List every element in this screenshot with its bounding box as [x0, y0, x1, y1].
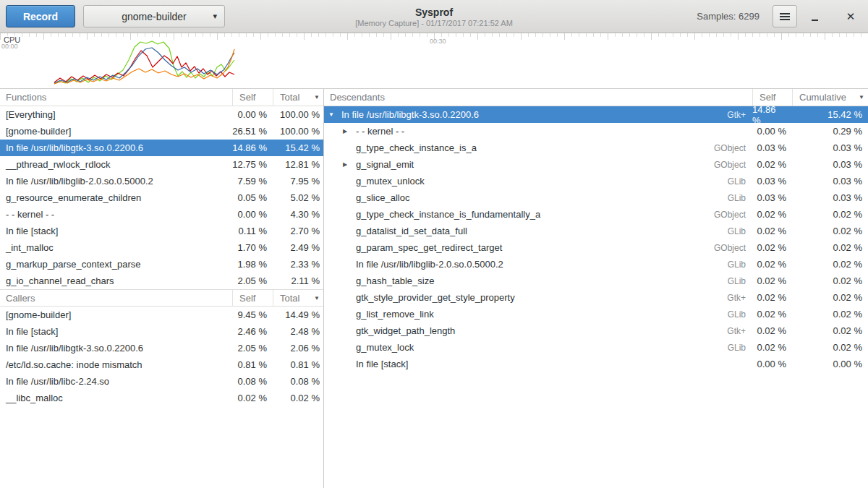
total-percent: 0.03 %	[792, 140, 868, 156]
functions-column-header[interactable]: Functions	[0, 89, 232, 106]
total-column-label: Total	[280, 293, 299, 304]
function-name-cell: In file [stack]	[324, 356, 706, 372]
self-percent: 0.02 %	[752, 256, 792, 273]
function-name: In file /usr/lib/libgtk-3.so.0.2200.6	[6, 142, 143, 153]
table-row[interactable]: g_mutex_lockGLib0.02 %0.02 %	[324, 339, 868, 356]
table-row[interactable]: [gnome-builder]26.51 %100.00 %	[0, 123, 323, 140]
self-percent: 14.86 %	[752, 106, 792, 123]
cpu-series-red-line	[54, 51, 234, 82]
right-pane: Descendants Self Cumulative ▼ ▼In file /…	[324, 89, 868, 488]
self-percent: 0.02 %	[752, 156, 792, 173]
function-name-cell: g_type_check_instance_is_a	[324, 140, 706, 156]
total-percent: 2.48 %	[273, 323, 323, 340]
library-tag: Gtk+	[706, 289, 752, 306]
table-row[interactable]: gtk_style_provider_get_style_propertyGtk…	[324, 289, 868, 306]
function-name-cell: g_list_remove_link	[324, 306, 706, 322]
cumulative-column-header[interactable]: Cumulative ▼	[792, 89, 868, 106]
function-name-cell: g_mutex_lock	[324, 339, 706, 356]
table-row[interactable]: __libc_malloc0.02 %0.02 %	[0, 390, 323, 406]
table-row[interactable]: ▶- - kernel - -0.00 %0.29 %	[324, 123, 868, 140]
table-row[interactable]: [gnome-builder]9.45 %14.49 %	[0, 307, 323, 323]
function-name-cell: gtk_style_provider_get_style_property	[324, 289, 706, 306]
total-percent: 0.03 %	[792, 189, 868, 206]
table-row[interactable]: g_datalist_id_set_data_fullGLib0.02 %0.0…	[324, 223, 868, 239]
descendants-column-header[interactable]: Descendants	[324, 89, 752, 106]
table-row[interactable]: In file /usr/lib/libglib-2.0.so.0.5000.2…	[324, 256, 868, 273]
cpu-timeline[interactable]: CPU 00:00 00:30	[0, 33, 868, 89]
self-percent: 2.05 %	[232, 340, 273, 356]
self-percent: 0.03 %	[752, 140, 792, 156]
total-percent: 0.29 %	[792, 123, 868, 140]
sort-indicator-icon: ▼	[859, 94, 864, 100]
self-percent: 0.02 %	[752, 206, 792, 223]
hamburger-icon	[780, 13, 790, 20]
table-row[interactable]: __pthread_rwlock_rdlock12.75 %12.81 %	[0, 156, 323, 173]
table-row[interactable]: g_type_check_instance_is_aGObject0.03 %0…	[324, 140, 868, 156]
table-row[interactable]: g_hash_table_sizeGLib0.02 %0.02 %	[324, 273, 868, 289]
table-row[interactable]: g_type_check_instance_is_fundamentally_a…	[324, 206, 868, 223]
cumulative-column-label: Cumulative	[799, 92, 846, 103]
descendants-table-header: Descendants Self Cumulative ▼	[324, 89, 868, 106]
record-button[interactable]: Record	[6, 5, 75, 27]
total-percent: 4.30 %	[273, 206, 323, 223]
function-name: g_markup_parse_context_parse	[6, 259, 140, 270]
table-row[interactable]: g_io_channel_read_chars2.05 %2.11 %	[0, 273, 323, 289]
minimize-button[interactable]	[804, 6, 825, 27]
function-name: g_resource_enumerate_children	[6, 192, 141, 203]
table-row[interactable]: g_mutex_unlockGLib0.03 %0.03 %	[324, 173, 868, 189]
library-tag: GLib	[706, 339, 752, 356]
total-percent: 0.02 %	[792, 273, 868, 289]
expander-expanded-icon[interactable]: ▼	[328, 111, 341, 118]
function-name: - - kernel - -	[356, 126, 404, 137]
library-tag: GObject	[706, 156, 752, 173]
total-percent: 2.33 %	[273, 256, 323, 273]
table-row[interactable]: - - kernel - -0.00 %4.30 %	[0, 206, 323, 223]
total-percent: 0.03 %	[792, 156, 868, 173]
total-column-header[interactable]: Total ▼	[273, 290, 323, 306]
menu-button[interactable]	[773, 5, 797, 27]
table-row[interactable]: g_resource_enumerate_children0.05 %5.02 …	[0, 189, 323, 206]
samples-count: Samples: 6299	[697, 11, 760, 22]
chevron-down-icon: ▾	[213, 11, 217, 20]
self-percent: 0.00 %	[752, 123, 792, 140]
table-row[interactable]: g_list_remove_linkGLib0.02 %0.02 %	[324, 306, 868, 322]
table-row[interactable]: In file /usr/lib/libglib-2.0.so.0.5000.2…	[0, 173, 323, 189]
table-row[interactable]: In file /usr/lib/libgtk-3.so.0.2200.614.…	[0, 140, 323, 156]
function-name: In file /usr/lib/libglib-2.0.so.0.5000.2	[356, 259, 503, 270]
self-column-header[interactable]: Self	[232, 290, 273, 306]
table-row[interactable]: In file [stack]0.00 %0.00 %	[324, 356, 868, 372]
expander-collapsed-icon[interactable]: ▶	[343, 128, 356, 134]
total-percent: 2.70 %	[273, 223, 323, 239]
table-row[interactable]: ▶g_signal_emitGObject0.02 %0.03 %	[324, 156, 868, 173]
function-name: [gnome-builder]	[6, 126, 71, 137]
total-percent: 2.11 %	[273, 273, 323, 289]
table-row[interactable]: [Everything]0.00 %100.00 %	[0, 106, 323, 123]
header-right-controls: Samples: 6299 ✕	[697, 5, 862, 27]
library-tag: GObject	[706, 140, 752, 156]
callers-column-header[interactable]: Callers	[0, 290, 232, 306]
table-row[interactable]: ▼In file /usr/lib/libgtk-3.so.0.2200.6Gt…	[324, 106, 868, 123]
table-row[interactable]: In file [stack]2.46 %2.48 %	[0, 323, 323, 340]
self-column-header[interactable]: Self	[232, 89, 273, 106]
function-name: gtk_style_provider_get_style_property	[356, 292, 515, 303]
table-row[interactable]: In file [stack]0.11 %2.70 %	[0, 223, 323, 239]
library-tag: GLib	[706, 189, 752, 206]
expander-collapsed-icon[interactable]: ▶	[343, 161, 356, 168]
self-percent: 12.75 %	[232, 156, 273, 173]
table-row[interactable]: gtk_widget_path_lengthGtk+0.02 %0.02 %	[324, 322, 868, 339]
total-column-header[interactable]: Total ▼	[273, 89, 323, 106]
table-row[interactable]: _int_malloc1.70 %2.49 %	[0, 239, 323, 256]
table-row[interactable]: g_param_spec_get_redirect_targetGObject0…	[324, 239, 868, 256]
table-row[interactable]: In file /usr/lib/libgtk-3.so.0.2200.62.0…	[0, 340, 323, 356]
function-name-cell: In file /usr/lib/libgtk-3.so.0.2200.6	[0, 140, 232, 156]
left-pane: Functions Self Total ▼ [Everything]0.00 …	[0, 89, 324, 488]
function-name: _int_malloc	[6, 242, 54, 253]
function-name: g_slice_alloc	[356, 192, 409, 203]
table-row[interactable]: In file /usr/lib/libc-2.24.so0.08 %0.08 …	[0, 373, 323, 390]
process-selector-dropdown[interactable]: gnome-builder ▾	[83, 5, 225, 27]
table-row[interactable]: g_markup_parse_context_parse1.98 %2.33 %	[0, 256, 323, 273]
close-button[interactable]: ✕	[841, 6, 861, 27]
function-name: In file [stack]	[356, 359, 408, 369]
table-row[interactable]: g_slice_allocGLib0.03 %0.03 %	[324, 189, 868, 206]
table-row[interactable]: /etc/ld.so.cache: inode mismatch0.81 %0.…	[0, 356, 323, 373]
